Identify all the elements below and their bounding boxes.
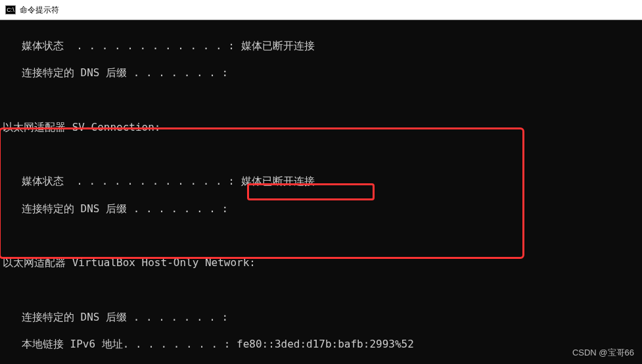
output-line: 本地链接 IPv6 地址. . . . . . . . : fe80::3ded… <box>3 338 642 352</box>
output-line: 媒体状态 . . . . . . . . . . . . : 媒体已断开连接 <box>3 39 642 53</box>
output-line: 连接特定的 DNS 后缀 . . . . . . . : <box>3 311 642 325</box>
cmd-icon-text: C:\ <box>7 7 14 13</box>
output-line: 连接特定的 DNS 后缀 . . . . . . . : <box>3 202 642 216</box>
window-title: 命令提示符 <box>20 5 59 16</box>
window-title-bar: C:\ 命令提示符 <box>0 0 642 20</box>
output-line <box>3 284 642 297</box>
output-line <box>3 229 642 242</box>
output-line <box>3 94 642 107</box>
cmd-icon: C:\ <box>5 5 16 14</box>
adapter-header: 以太网适配器 SV-Connection: <box>3 121 642 135</box>
terminal-output[interactable]: 媒体状态 . . . . . . . . . . . . : 媒体已断开连接 连… <box>0 20 642 364</box>
output-line: 连接特定的 DNS 后缀 . . . . . . . : <box>3 66 642 80</box>
output-line: 媒体状态 . . . . . . . . . . . . : 媒体已断开连接 <box>3 175 642 189</box>
adapter-header: 以太网适配器 VirtualBox Host-Only Network: <box>3 256 642 270</box>
watermark: CSDN @宝哥66 <box>572 347 634 359</box>
output-line <box>3 148 642 161</box>
